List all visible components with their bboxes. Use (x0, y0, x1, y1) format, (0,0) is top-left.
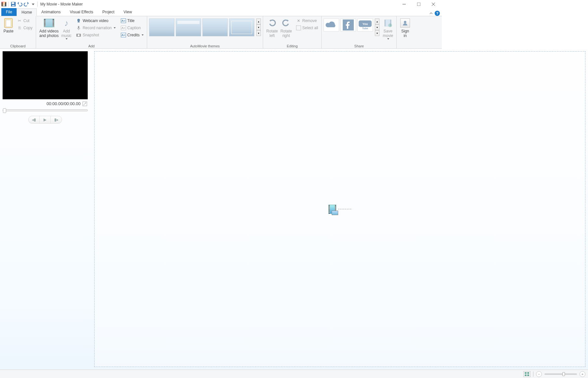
rotate-right-icon (282, 19, 290, 27)
close-button[interactable] (426, 0, 441, 8)
svg-rect-9 (78, 26, 79, 29)
undo-icon[interactable] (17, 2, 22, 7)
add-music-button[interactable]: ♪ Add music (60, 17, 73, 40)
webcam-icon (76, 18, 81, 23)
share-more[interactable]: ▾ (375, 30, 379, 36)
svg-point-11 (78, 34, 80, 36)
select-all-icon (296, 25, 301, 30)
play-button[interactable]: ▶ (40, 116, 51, 123)
tab-home[interactable]: Home (17, 8, 37, 16)
rotate-left-button[interactable]: Rotate left (265, 17, 279, 39)
tab-animations[interactable]: Animations (37, 8, 65, 16)
microphone-icon (76, 25, 81, 30)
group-add: Add videos and photos ♪ Add music Webcam… (36, 16, 147, 48)
caption-icon: A≡ (121, 26, 126, 30)
ribbon: Paste ✂ Cut ⎘ Copy Clipboard Add videos … (0, 16, 442, 49)
sign-in-label: Sign in (401, 29, 409, 38)
svg-rect-2 (12, 5, 15, 6)
photo-icon (332, 211, 338, 215)
theme-thumb-1[interactable] (149, 18, 174, 36)
rotate-left-icon (268, 19, 276, 27)
group-clipboard: Paste ✂ Cut ⎘ Copy Clipboard (0, 16, 36, 48)
svg-point-19 (388, 23, 392, 27)
theme-thumb-3[interactable] (202, 18, 228, 36)
share-facebook[interactable] (340, 18, 356, 31)
gallery-scroll-down[interactable]: ▾ (256, 24, 261, 30)
group-editing: Rotate left Rotate right ✕ Remove Select… (263, 16, 322, 48)
gallery-scroll-up[interactable]: ▴ (256, 18, 261, 24)
paste-button[interactable]: Paste (2, 17, 15, 34)
collapse-ribbon-icon[interactable] (429, 12, 433, 15)
group-label-automovie: AutoMovie themes (149, 43, 261, 48)
webcam-video-button[interactable]: Webcam video (75, 17, 117, 24)
svg-point-20 (404, 21, 407, 23)
user-icon (400, 18, 410, 28)
tab-file[interactable]: File (1, 8, 17, 16)
qat-customize[interactable] (30, 2, 35, 7)
help-icon[interactable]: ? (435, 11, 440, 16)
share-youtube[interactable]: YouTube (357, 18, 373, 31)
group-label-clipboard: Clipboard (2, 43, 34, 48)
add-media-label: Add videos and photos (39, 29, 58, 38)
cut-button[interactable]: ✂ Cut (16, 17, 34, 24)
copy-button[interactable]: ⎘ Copy (16, 24, 34, 31)
main-area: 00:00.00/00:00.00 ◂▮ ▶ ▮▸ (0, 49, 442, 284)
title-label: Title (127, 18, 134, 23)
prev-frame-button[interactable]: ◂▮ (29, 116, 40, 123)
select-all-button[interactable]: Select all (295, 24, 320, 31)
share-onedrive[interactable] (324, 18, 339, 31)
tab-project[interactable]: Project (98, 8, 119, 16)
theme-thumb-2[interactable] (176, 18, 201, 36)
record-narration-button[interactable]: Record narration (75, 24, 117, 31)
theme-thumb-4[interactable] (229, 18, 254, 36)
sign-in-button[interactable]: Sign in (399, 17, 412, 39)
credits-button[interactable]: A≡ Credits (120, 31, 145, 39)
svg-rect-1 (12, 2, 14, 4)
fullscreen-button[interactable] (83, 102, 87, 106)
share-scroll-down[interactable]: ▾ (375, 24, 379, 30)
storyboard[interactable] (94, 51, 442, 284)
next-frame-button[interactable]: ▮▸ (51, 116, 62, 123)
music-note-icon: ♪ (64, 19, 69, 27)
rotate-right-button[interactable]: Rotate right (279, 17, 293, 39)
preview-canvas[interactable] (3, 51, 88, 99)
tab-view[interactable]: View (119, 8, 136, 16)
credits-icon: A≡ (121, 33, 126, 37)
share-gallery: YouTube ▴ ▾ ▾ (324, 17, 379, 36)
title-button[interactable]: A≡ Title (120, 17, 145, 24)
playback-scrubber[interactable] (3, 109, 88, 111)
automovie-gallery[interactable]: ▴ ▾ ▾ (149, 17, 261, 36)
group-label-share: Share (324, 43, 394, 48)
media-icon (44, 19, 54, 27)
share-scroll-up[interactable]: ▴ (375, 18, 379, 24)
add-videos-photos-button[interactable]: Add videos and photos (38, 17, 60, 39)
gallery-more[interactable]: ▾ (256, 30, 261, 36)
scrubber-thumb[interactable] (3, 108, 6, 113)
ribbon-tabs: File Home Animations Visual Effects Proj… (0, 8, 442, 16)
credits-label: Credits (127, 33, 140, 37)
window-title: My Movie - Movie Maker (40, 2, 83, 6)
copy-label: Copy (23, 26, 32, 30)
tab-visual-effects[interactable]: Visual Effects (65, 8, 98, 16)
camera-icon (76, 32, 81, 38)
minimize-button[interactable] (397, 0, 411, 8)
svg-rect-8 (78, 21, 80, 22)
webcam-label: Webcam video (83, 18, 108, 23)
remove-label: Remove (302, 18, 317, 23)
svg-rect-12 (296, 26, 301, 30)
save-movie-button[interactable]: Save movie (381, 17, 394, 40)
group-signin: Sign in (397, 16, 414, 48)
group-share: YouTube ▴ ▾ ▾ Save movie Share (322, 16, 397, 48)
save-movie-label: Save movie (383, 29, 393, 38)
preview-pane: 00:00.00/00:00.00 ◂▮ ▶ ▮▸ (3, 51, 88, 124)
redo-icon[interactable] (24, 2, 29, 7)
save-icon[interactable] (11, 2, 16, 7)
rotate-right-label: Rotate right (280, 29, 292, 38)
maximize-button[interactable] (411, 0, 426, 8)
svg-rect-4 (417, 3, 420, 6)
remove-button[interactable]: ✕ Remove (295, 17, 320, 24)
caption-button[interactable]: A≡ Caption (120, 24, 145, 31)
select-all-label: Select all (302, 26, 318, 30)
snapshot-button[interactable]: Snapshot (75, 31, 117, 39)
app-icon (1, 2, 6, 7)
